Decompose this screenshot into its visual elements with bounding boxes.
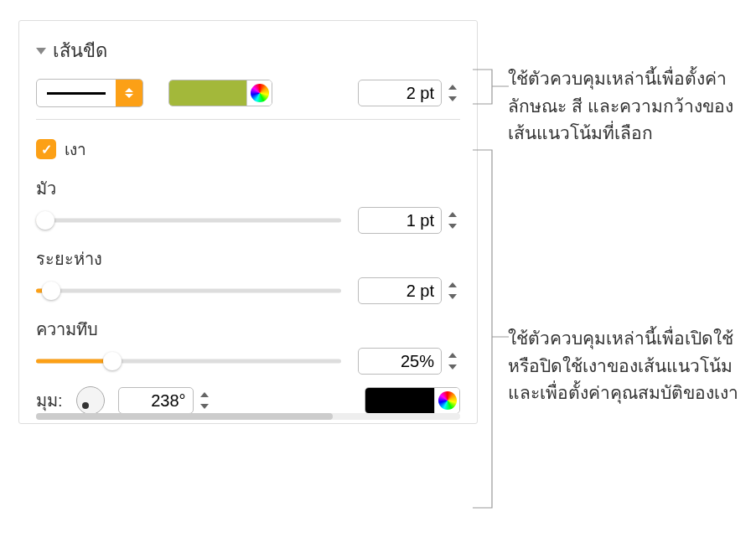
opacity-slider[interactable] [36, 351, 341, 371]
color-wheel-icon [438, 391, 457, 410]
stroke-line-icon [47, 92, 106, 95]
caret-down-icon [448, 224, 457, 229]
stepper-up-button[interactable] [445, 279, 460, 291]
stroke-width-field [358, 80, 460, 106]
section-title: เส้นขีด [53, 36, 107, 65]
callout-bracket-icon [472, 69, 509, 106]
divider [36, 119, 460, 120]
angle-row: มุม: [36, 386, 460, 415]
offset-group: ระยะห่าง [36, 246, 460, 304]
stroke-controls-row [36, 79, 460, 107]
caret-down-icon [448, 294, 457, 299]
caret-up-icon [448, 212, 457, 217]
caret-down-icon [125, 94, 133, 98]
stepper-down-button[interactable] [445, 361, 460, 373]
blur-slider[interactable] [36, 210, 341, 230]
stroke-preview [37, 80, 116, 106]
stepper-down-button[interactable] [445, 93, 460, 105]
blur-group: มัว [36, 175, 460, 234]
angle-label: มุม: [36, 387, 63, 414]
stroke-width-input[interactable] [358, 80, 442, 106]
inspector-panel: เส้นขีด ✓ เงา [18, 20, 478, 424]
chevron-down-icon [36, 48, 46, 54]
caret-up-icon [448, 85, 457, 90]
slider-fill [36, 359, 112, 364]
color-wheel-icon [251, 84, 269, 102]
stroke-style-dropdown[interactable] [36, 79, 143, 107]
caret-down-icon [448, 96, 457, 101]
angle-dial[interactable] [76, 386, 105, 415]
shadow-color-swatch[interactable] [365, 388, 434, 413]
stepper-up-button[interactable] [445, 209, 460, 220]
stepper-up-button[interactable] [197, 389, 212, 401]
caret-down-icon [448, 364, 457, 370]
stepper-down-button[interactable] [445, 291, 460, 302]
stepper-up-button[interactable] [445, 81, 460, 93]
slider-track [36, 289, 341, 293]
dropdown-toggle-icon [116, 79, 142, 107]
horizontal-scrollbar[interactable] [36, 413, 460, 420]
angle-input[interactable] [118, 387, 194, 414]
slider-thumb [42, 282, 60, 300]
angle-indicator-icon [82, 402, 89, 409]
shadow-checkbox-label: เงา [65, 137, 86, 162]
annotation-stroke: ใช้ตัวควบคุมเหล่านี้เพื่อตั้งค่าลักษณะ ส… [508, 65, 743, 147]
stepper-down-button[interactable] [445, 220, 460, 232]
section-header-stroke[interactable]: เส้นขีด [36, 36, 460, 65]
shadow-color-control [365, 387, 460, 414]
caret-up-icon [125, 88, 133, 92]
stroke-color-swatch[interactable] [169, 80, 246, 106]
opacity-group: ความทึบ [36, 316, 460, 375]
slider-track [36, 219, 341, 223]
stepper-down-button[interactable] [197, 401, 212, 412]
slider-thumb [36, 211, 54, 230]
blur-label: มัว [36, 175, 460, 202]
offset-input[interactable] [358, 277, 442, 304]
blur-input[interactable] [358, 207, 442, 234]
caret-up-icon [200, 392, 209, 397]
stepper-up-button[interactable] [445, 349, 460, 361]
shadow-checkbox-row: ✓ เงา [36, 137, 460, 162]
opacity-input[interactable] [358, 348, 442, 375]
stroke-width-stepper [445, 81, 460, 105]
slider-thumb [103, 352, 122, 370]
callout-bracket-icon [472, 149, 509, 509]
caret-up-icon [448, 282, 457, 287]
shadow-checkbox[interactable]: ✓ [36, 139, 56, 159]
caret-up-icon [448, 353, 457, 358]
caret-down-icon [200, 404, 209, 409]
stroke-color-control [168, 80, 272, 106]
annotation-shadow: ใช้ตัวควบคุมเหล่านี้เพื่อเปิดใช้หรือปิดใ… [508, 325, 743, 407]
offset-label: ระยะห่าง [36, 246, 460, 272]
opacity-label: ความทึบ [36, 316, 460, 343]
color-picker-button[interactable] [246, 80, 272, 106]
color-picker-button[interactable] [434, 388, 459, 413]
offset-slider[interactable] [36, 281, 341, 301]
